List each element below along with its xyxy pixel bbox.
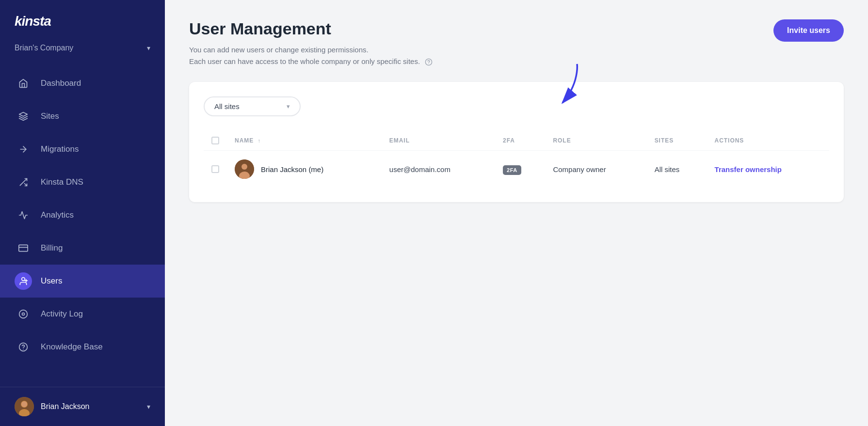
header-text-block: User Management You can add new users or…	[189, 19, 433, 67]
td-actions: Transfer ownership	[707, 151, 829, 188]
sidebar-item-analytics[interactable]: Analytics	[0, 199, 165, 232]
sort-arrow-icon: ↑	[257, 138, 260, 143]
invite-users-button[interactable]: Invite users	[773, 19, 844, 42]
transfer-ownership-link[interactable]: Transfer ownership	[715, 165, 782, 174]
sidebar-item-dashboard[interactable]: Dashboard	[0, 67, 165, 100]
sidebar-item-sites[interactable]: Sites	[0, 100, 165, 133]
2fa-badge: 2FA	[503, 165, 521, 175]
user-name: Brian Jackson (me)	[261, 165, 323, 174]
knowledge-base-icon	[18, 342, 29, 352]
sidebar-item-label: Billing	[41, 243, 63, 253]
td-name: Brian Jackson (me)	[227, 151, 382, 188]
sidebar-item-label: Knowledge Base	[41, 342, 103, 352]
sidebar-item-users[interactable]: Users	[0, 265, 165, 298]
user-avatar	[235, 159, 254, 179]
td-checkbox	[204, 151, 227, 188]
company-selector[interactable]: Brian's Company ▾	[0, 39, 165, 62]
sites-icon	[18, 111, 29, 122]
main-header: User Management You can add new users or…	[189, 19, 844, 67]
th-role: ROLE	[545, 131, 646, 151]
sidebar-item-knowledge-base[interactable]: Knowledge Base	[0, 331, 165, 363]
analytics-icon	[18, 210, 29, 221]
activity-log-icon	[18, 309, 29, 319]
sidebar-item-label: Migrations	[41, 144, 79, 154]
billing-icon	[18, 243, 29, 253]
dropdown-chevron-icon: ▾	[287, 103, 290, 110]
td-sites: All sites	[647, 151, 707, 188]
sites-filter-dropdown[interactable]: All sites ▾	[204, 96, 301, 116]
table-card: All sites ▾ NAME ↑ EMAIL 2FA ROLE SIT	[189, 82, 844, 202]
sidebar-item-activity-log[interactable]: Activity Log	[0, 298, 165, 331]
sidebar-nav: Dashboard Sites Migrations	[0, 62, 165, 387]
kinsta-logo: kinsta	[15, 14, 150, 29]
users-icon	[18, 276, 29, 286]
sidebar-footer[interactable]: Brian Jackson ▾	[0, 387, 165, 426]
migrations-icon	[18, 144, 29, 155]
company-chevron-icon: ▾	[147, 44, 150, 52]
td-role: Company owner	[545, 151, 646, 188]
main-content: User Management You can add new users or…	[165, 0, 868, 426]
td-2fa: 2FA	[495, 151, 545, 188]
sidebar-item-label: Users	[41, 276, 62, 286]
help-icon[interactable]	[425, 57, 433, 65]
filter-row: All sites ▾	[204, 96, 829, 116]
th-name: NAME ↑	[227, 131, 382, 151]
sidebar-item-billing[interactable]: Billing	[0, 232, 165, 265]
table-row: Brian Jackson (me) user@domain.com 2FA C…	[204, 151, 829, 188]
page-desc-line2: Each user can have access to the whole c…	[189, 56, 433, 67]
sidebar-item-migrations[interactable]: Migrations	[0, 133, 165, 166]
sidebar-item-label: Analytics	[41, 210, 74, 220]
svg-point-6	[22, 278, 25, 281]
th-checkbox	[204, 131, 227, 151]
row-checkbox[interactable]	[211, 165, 219, 173]
th-sites: SITES	[647, 131, 707, 151]
svg-point-9	[19, 310, 28, 318]
sidebar: kinsta Brian's Company ▾ Dashboard Sites	[0, 0, 165, 426]
footer-avatar	[15, 397, 34, 416]
sidebar-logo-area: kinsta	[0, 0, 165, 39]
users-table: NAME ↑ EMAIL 2FA ROLE SITES ACTIONS	[204, 131, 829, 188]
svg-rect-4	[19, 245, 28, 251]
page-title: User Management	[189, 19, 433, 38]
svg-point-20	[241, 164, 247, 170]
th-2fa: 2FA	[495, 131, 545, 151]
svg-marker-0	[19, 112, 28, 116]
svg-point-16	[21, 401, 27, 407]
sidebar-item-label: Dashboard	[41, 79, 81, 88]
company-name: Brian's Company	[15, 44, 73, 52]
th-email: EMAIL	[382, 131, 495, 151]
dashboard-icon	[18, 78, 29, 89]
footer-user-name: Brian Jackson	[41, 402, 140, 411]
footer-chevron-icon: ▾	[147, 403, 150, 410]
kinsta-dns-icon	[18, 177, 29, 188]
sites-filter-label: All sites	[214, 102, 240, 110]
svg-point-10	[22, 313, 25, 316]
sidebar-item-kinsta-dns[interactable]: Kinsta DNS	[0, 166, 165, 199]
sidebar-item-label: Sites	[41, 111, 59, 121]
select-all-checkbox[interactable]	[211, 137, 219, 144]
page-desc-line1: You can add new users or change existing…	[189, 44, 433, 56]
td-email: user@domain.com	[382, 151, 495, 188]
th-actions: ACTIONS	[707, 131, 829, 151]
sidebar-item-label: Kinsta DNS	[41, 177, 83, 187]
page-desc-line2-text: Each user can have access to the whole c…	[189, 57, 420, 65]
sidebar-item-label: Activity Log	[41, 309, 83, 319]
